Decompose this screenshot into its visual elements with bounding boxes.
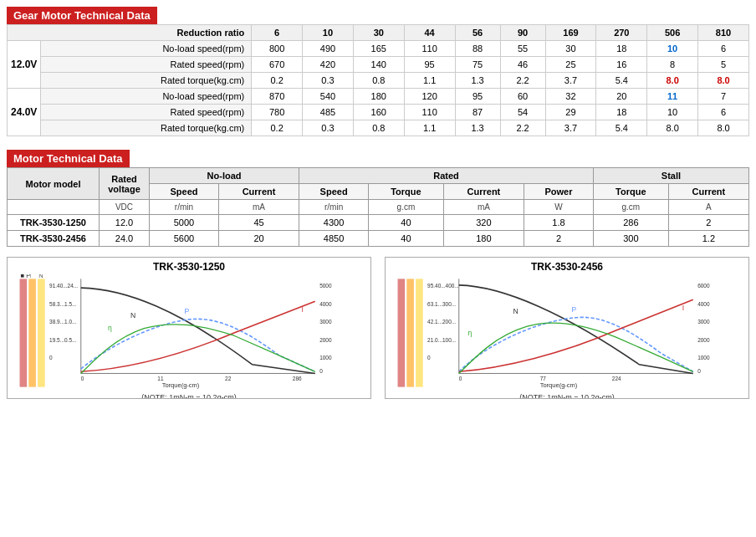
model-cell: TRK-3530-2456: [8, 231, 100, 247]
stall-torque-cell: 286: [593, 215, 668, 231]
svg-text:P: P: [185, 307, 190, 315]
no-load-header: No-load: [150, 168, 299, 184]
svg-text:224
        300
        
     : 224 300 ■ P I N: [612, 376, 621, 381]
unit-gcm2: g.cm: [593, 200, 668, 215]
svg-text:63.1...300...: 63.1...300...: [427, 301, 456, 307]
noload-current-cell: 45: [218, 215, 299, 231]
24v-noload-label: No-load speed(rpm): [41, 89, 252, 105]
svg-text:0: 0: [49, 355, 53, 361]
stall-torque-cell: 300: [593, 231, 668, 247]
chart-trk-2456: TRK-3530-2456 95.40...400... 63.1...300.…: [385, 257, 749, 399]
svg-text:I: I: [29, 274, 31, 279]
svg-rect-0: [20, 279, 28, 386]
svg-text:0: 0: [427, 355, 431, 361]
svg-text:1000: 1000: [697, 355, 710, 361]
unit-a: A: [668, 200, 748, 215]
chart1-svg: 91.40...24... 58.3...1.5... 38.9...1.0..…: [11, 274, 367, 391]
svg-text:91.40...24...: 91.40...24...: [49, 283, 78, 289]
stall-current-cell: 2: [668, 215, 748, 231]
noload-current-cell: 20: [218, 231, 299, 247]
unit-ma1: mA: [218, 200, 299, 215]
svg-text:3000: 3000: [697, 319, 710, 325]
svg-rect-28: [398, 279, 406, 386]
svg-text:77: 77: [540, 376, 547, 381]
rated-speed-cell: 4850: [299, 231, 369, 247]
24v-rated-torque-label: Rated torque(kg.cm): [41, 120, 252, 136]
svg-rect-2: [38, 279, 45, 386]
24v-noload-row: 24.0V No-load speed(rpm) 870540180 12095…: [8, 89, 749, 105]
svg-text:5000: 5000: [319, 283, 332, 289]
rated-power-cell: 2: [524, 231, 594, 247]
svg-text:η: η: [108, 324, 112, 332]
svg-text:I: I: [682, 304, 684, 312]
ratio-10: 10: [303, 25, 354, 41]
unit-gcm1: g.cm: [369, 200, 444, 215]
stall-header: Stall: [593, 168, 748, 184]
motor-technical-table: Motor model Rated voltage No-load Rated …: [7, 167, 749, 247]
12v-noload-row: 12.0V No-load speed(rpm) 800490165 11088…: [8, 41, 749, 57]
svg-text:0: 0: [697, 368, 701, 374]
svg-text:2000: 2000: [697, 337, 710, 343]
chart2-note: (NOTE: 1mN-m = 10.2g-cm): [389, 393, 745, 399]
noload-speed-cell: 5000: [150, 215, 219, 231]
ratio-44: 44: [404, 25, 455, 41]
unit-ma2: mA: [443, 200, 524, 215]
svg-text:95.40...400...: 95.40...400...: [427, 283, 459, 289]
svg-text:I: I: [302, 305, 304, 314]
chart1-note: (NOTE: 1mN-m = 10.2g-cm): [11, 393, 367, 399]
svg-text:0: 0: [459, 376, 462, 381]
rated-current-cell: 180: [443, 231, 524, 247]
rated-speed-header: Speed: [299, 184, 369, 200]
rated-speed-cell: 4300: [299, 215, 369, 231]
chart-trk-1250: TRK-3530-1250 91.40...24... 58.3...1.5..…: [7, 257, 371, 399]
svg-text:1000: 1000: [319, 355, 332, 361]
svg-text:Torque(g-cm): Torque(g-cm): [540, 381, 578, 389]
rated-torque-cell: 40: [369, 215, 444, 231]
rated-header: Rated: [299, 168, 594, 184]
chart2-title: TRK-3530-2456: [389, 261, 745, 273]
svg-text:Torque(g-cm): Torque(g-cm): [162, 381, 200, 389]
svg-text:η: η: [468, 329, 472, 337]
svg-text:58.3...1.5...: 58.3...1.5...: [49, 301, 76, 307]
12v-noload-label: No-load speed(rpm): [41, 41, 252, 57]
12v-rated-speed-label: Rated speed(rpm): [41, 57, 252, 73]
voltage-12v: 12.0V: [8, 41, 41, 89]
rated-power-cell: 1.8: [524, 215, 594, 231]
motor-table-row: TRK-3530-1250 12.0 5000 45 4300 40 320 1…: [8, 215, 749, 231]
svg-text:22: 22: [225, 376, 232, 381]
svg-text:286: 286: [293, 376, 302, 381]
svg-text:6000: 6000: [697, 283, 710, 289]
chart1-inner: 91.40...24... 58.3...1.5... 38.9...1.0..…: [11, 274, 367, 391]
motor-model-header: Motor model: [8, 168, 100, 200]
svg-text:42.1...200...: 42.1...200...: [427, 319, 456, 325]
svg-text:0: 0: [81, 376, 84, 381]
svg-rect-30: [416, 279, 423, 386]
ratio-6: 6: [252, 25, 303, 41]
rated-voltage-header: Rated voltage: [100, 168, 150, 200]
12v-rated-torque-label: Rated torque(kg.cm): [41, 73, 252, 89]
stall-torque-header: Torque: [593, 184, 668, 200]
svg-rect-1: [28, 279, 36, 386]
chart2-inner: 95.40...400... 63.1...300... 42.1...200.…: [389, 274, 745, 391]
rated-power-header: Power: [524, 184, 594, 200]
svg-rect-29: [406, 279, 414, 386]
ratio-56: 56: [455, 25, 500, 41]
svg-text:38.9...1.0...: 38.9...1.0...: [49, 319, 76, 325]
svg-text:4000: 4000: [697, 301, 710, 307]
unit-rmin2: r/min: [299, 200, 369, 215]
noload-speed-header: Speed: [150, 184, 219, 200]
noload-speed-cell: 5600: [150, 231, 219, 247]
unit-rmin1: r/min: [150, 200, 219, 215]
gear-motor-section: Gear Motor Technical Data Reduction rati…: [7, 7, 749, 136]
ratio-30: 30: [353, 25, 404, 41]
motor-technical-title: Motor Technical Data: [7, 150, 130, 167]
reduction-ratio-row: Reduction ratio 6 10 30 44 56 90 169 270…: [8, 25, 749, 41]
12v-rated-speed-row: Rated speed(rpm) 670420140 957546 2516 8…: [8, 57, 749, 73]
svg-text:0: 0: [319, 368, 323, 374]
svg-text:N: N: [38, 274, 43, 279]
gear-motor-title: Gear Motor Technical Data: [7, 7, 157, 24]
model-cell: TRK-3530-1250: [8, 215, 100, 231]
unit-vdc: VDC: [100, 200, 150, 215]
ratio-270: 270: [596, 25, 647, 41]
svg-text:4000: 4000: [319, 301, 332, 307]
